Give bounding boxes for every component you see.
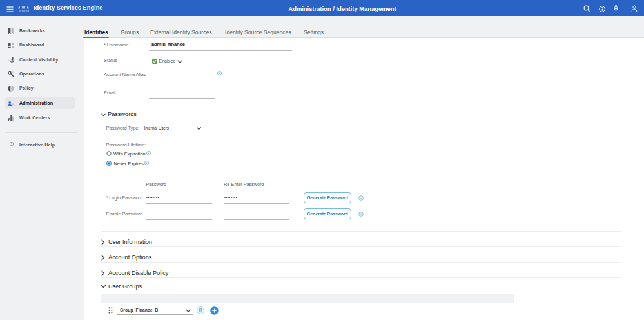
svg-text:CISCO: CISCO [19, 9, 29, 12]
